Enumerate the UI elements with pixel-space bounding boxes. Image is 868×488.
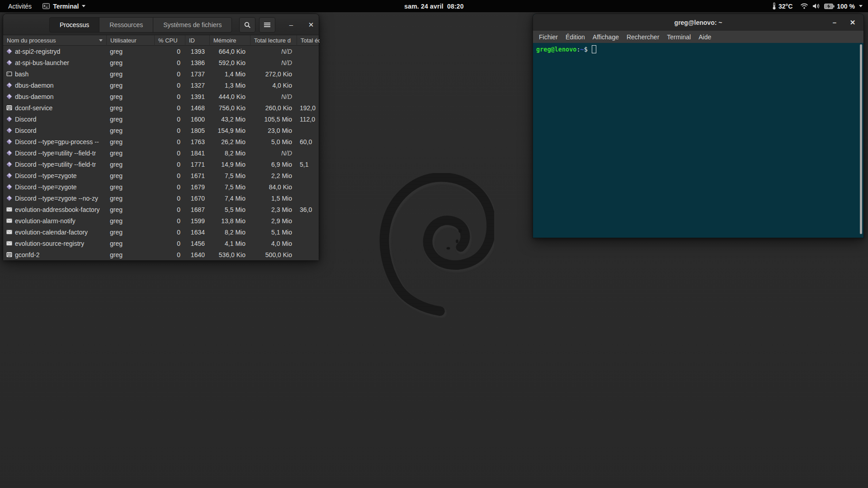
process-name-cell: at-spi2-registryd — [3, 48, 106, 55]
process-row[interactable]: dbus-daemongreg01391444,0 KioN/D — [3, 91, 319, 102]
process-name-cell: Discord --type=zygote — [3, 183, 106, 191]
process-name-cell: Discord — [3, 127, 106, 134]
process-row[interactable]: evolution-calendar-factorygreg016348,2 M… — [3, 226, 319, 238]
minimize-button[interactable]: – — [828, 14, 841, 31]
system-monitor-window: Processus Ressources Systèmes de fichier… — [3, 14, 319, 260]
process-total-read-cell: 1,5 Mio — [250, 195, 297, 202]
column-header-cpu[interactable]: % CPU — [154, 35, 185, 46]
top-bar: Activités Terminal sam. 24 avril 08:20 3… — [0, 0, 868, 12]
process-name: evolution-alarm-notify — [15, 217, 75, 225]
process-total-read-cell: 84,0 Kio — [250, 183, 297, 191]
app-menu[interactable]: Terminal — [42, 3, 85, 10]
process-cpu-cell: 0 — [154, 82, 185, 89]
menu-rechercher[interactable]: Rechercher — [627, 33, 659, 41]
process-row[interactable]: gconfd-2greg01640536,0 Kio500,0 Kio — [3, 249, 319, 260]
process-total-read-cell: 5,0 Mio — [250, 138, 297, 145]
search-button[interactable] — [239, 17, 255, 33]
process-id-cell: 1671 — [185, 172, 209, 179]
chevron-down-icon — [859, 5, 863, 7]
process-row[interactable]: dbus-daemongreg013271,3 Mio4,0 Kio — [3, 80, 319, 91]
process-row[interactable]: Discordgreg0160043,2 Mio105,5 Mio112,0 — [3, 113, 319, 125]
process-name-cell: evolution-addressbook-factory — [3, 206, 106, 213]
process-total-read-cell: N/D — [250, 48, 297, 55]
process-cpu-cell: 0 — [154, 217, 185, 225]
tab-processus[interactable]: Processus — [49, 17, 99, 33]
diamond-process-icon — [6, 116, 12, 122]
process-row[interactable]: evolution-source-registrygreg014564,1 Mi… — [3, 238, 319, 249]
menu-terminal[interactable]: Terminal — [667, 33, 691, 41]
process-user-cell: greg — [106, 48, 154, 55]
column-header-total-read[interactable]: Total lecture d — [250, 35, 297, 46]
menu-aide[interactable]: Aide — [698, 33, 711, 41]
process-id-cell: 1679 — [185, 183, 209, 191]
process-name-cell: Discord --type=zygote — [3, 172, 106, 179]
tab-systemes-de-fichiers[interactable]: Systèmes de fichiers — [153, 17, 232, 33]
clock[interactable]: sam. 24 avril 08:20 — [404, 3, 464, 10]
process-user-cell: greg — [106, 172, 154, 179]
process-name-cell: Discord --type=gpu-process -- — [3, 138, 106, 145]
terminal-screen[interactable]: greg@lenovo:~$ — [533, 43, 863, 238]
process-user-cell: greg — [106, 161, 154, 168]
process-name: Discord --type=utility --field-tr — [15, 150, 96, 157]
column-header-memory[interactable]: Mémoire — [209, 35, 250, 46]
process-id-cell: 1386 — [185, 59, 209, 66]
process-name: at-spi2-registryd — [15, 48, 60, 55]
process-name: dconf-service — [15, 104, 52, 112]
hamburger-menu-button[interactable] — [259, 17, 275, 33]
process-row[interactable]: Discord --type=utility --field-trgreg017… — [3, 159, 319, 170]
thermometer-icon — [772, 2, 776, 10]
process-row[interactable]: dconf-servicegreg01468756,0 Kio260,0 Kio… — [3, 102, 319, 113]
close-button[interactable]: ✕ — [846, 14, 859, 31]
process-user-cell: greg — [106, 150, 154, 157]
process-total-read-cell: 500,0 Kio — [250, 251, 297, 258]
process-row[interactable]: Discord --type=gpu-process --greg0176326… — [3, 136, 319, 147]
process-row[interactable]: evolution-addressbook-factorygreg016875,… — [3, 204, 319, 215]
process-row[interactable]: Discord --type=zygotegreg016717,5 Mio2,2… — [3, 170, 319, 181]
process-memory-cell: 154,9 Mio — [209, 127, 250, 134]
activities-button[interactable]: Activités — [5, 3, 34, 10]
sort-descending-icon — [99, 39, 103, 42]
process-row[interactable]: Discordgreg01805154,9 Mio23,0 Mio — [3, 125, 319, 136]
process-name: Discord --type=utility --field-tr — [15, 161, 96, 168]
process-name-cell: Discord --type=utility --field-tr — [3, 161, 106, 168]
menu-fichier[interactable]: Fichier — [539, 33, 558, 41]
terminal-scrollbar[interactable] — [860, 44, 862, 234]
process-user-cell: greg — [106, 116, 154, 123]
column-header-user[interactable]: Utilisateur — [106, 35, 154, 46]
menu-edition[interactable]: Édition — [566, 33, 585, 41]
battery-label: 100 % — [837, 3, 855, 10]
minimize-button[interactable]: – — [284, 14, 298, 35]
settings-process-icon — [6, 252, 12, 258]
column-header-total-write[interactable]: Total écr — [297, 35, 320, 46]
process-row[interactable]: Discord --type=zygotegreg016797,5 Mio84,… — [3, 181, 319, 192]
process-row[interactable]: at-spi-bus-launchergreg01386592,0 KioN/D — [3, 57, 319, 68]
system-indicators[interactable]: 32°C 100 % — [772, 2, 868, 10]
process-memory-cell: 5,5 Mio — [209, 206, 250, 213]
process-row[interactable]: Discord --type=zygote --no-zygreg016707,… — [3, 192, 319, 204]
process-id-cell: 1391 — [185, 93, 209, 100]
mail-process-icon — [6, 229, 12, 235]
process-id-cell: 1640 — [185, 251, 209, 258]
process-row[interactable]: bashgreg017371,4 Mio272,0 Kio — [3, 68, 319, 80]
hamburger-icon — [264, 23, 270, 27]
process-cpu-cell: 0 — [154, 240, 185, 247]
process-user-cell: greg — [106, 206, 154, 213]
search-icon — [244, 22, 251, 28]
menu-affichage[interactable]: Affichage — [593, 33, 619, 41]
column-header-id[interactable]: ID — [185, 35, 209, 46]
process-total-read-cell: 5,1 Mio — [250, 229, 297, 236]
process-row[interactable]: evolution-alarm-notifygreg0159913,8 Mio2… — [3, 215, 319, 226]
process-name: Discord --type=zygote — [15, 172, 77, 179]
diamond-process-icon — [6, 184, 12, 190]
column-header-name[interactable]: Nom du processus — [3, 35, 106, 46]
close-button[interactable]: ✕ — [304, 14, 318, 35]
process-row[interactable]: Discord --type=utility --field-trgreg018… — [3, 147, 319, 159]
diamond-process-icon — [6, 60, 12, 66]
process-row[interactable]: at-spi2-registrydgreg01393664,0 KioN/D — [3, 46, 319, 57]
process-name-cell: Discord --type=utility --field-tr — [3, 150, 106, 157]
process-name: dbus-daemon — [15, 82, 54, 89]
process-id-cell: 1393 — [185, 48, 209, 55]
tab-ressources[interactable]: Ressources — [99, 17, 153, 33]
shell-prompt: greg@lenovo:~$ — [536, 45, 860, 53]
process-memory-cell: 43,2 Mio — [209, 116, 250, 123]
